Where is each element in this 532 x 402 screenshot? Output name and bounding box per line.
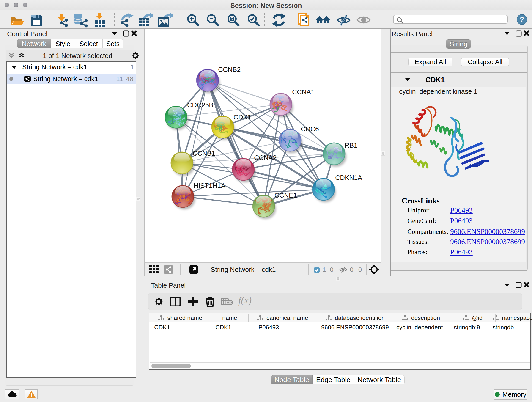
svg-text:HIST1H1A: HIST1H1A [194,182,225,189]
svg-text:CDK1: CDK1 [234,114,251,121]
svg-text:CCNA1: CCNA1 [292,88,315,96]
svg-text:CCNB2: CCNB2 [218,66,241,73]
svg-text:CCNE1: CCNE1 [274,191,297,199]
svg-text:CDC25B: CDC25B [187,101,213,109]
svg-text:CCNB1: CCNB1 [193,150,215,157]
svg-text:CDKN1A: CDKN1A [335,174,362,181]
svg-text:CDC6: CDC6 [301,125,319,133]
svg-text:CCNA2: CCNA2 [254,154,277,161]
svg-text:RB1: RB1 [345,142,357,149]
